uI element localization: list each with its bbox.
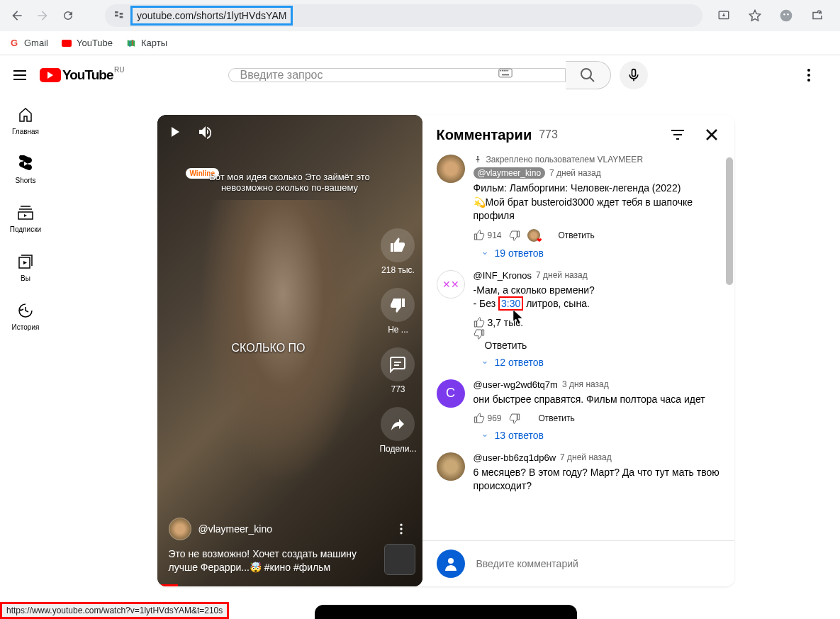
site-settings-icon: [113, 10, 125, 21]
address-bar[interactable]: youtube.com/shorts/1lytHVdsYAM: [105, 4, 702, 27]
svg-point-6: [783, 13, 785, 15]
bookmark-gmail[interactable]: G Gmail: [9, 38, 48, 49]
avatar[interactable]: [437, 452, 465, 481]
sidebar-item-you[interactable]: Вы: [0, 242, 51, 291]
settings-menu-button[interactable]: [800, 67, 817, 84]
replies-toggle[interactable]: 12 ответов: [481, 357, 720, 368]
comment-dislike-button[interactable]: [509, 230, 520, 241]
bookmark-youtube[interactable]: YouTube: [61, 38, 113, 49]
search-button[interactable]: [566, 61, 611, 89]
sidebar-item-history[interactable]: История: [0, 291, 51, 340]
user-avatar[interactable]: [437, 550, 465, 578]
timestamp-link[interactable]: 3:30: [501, 298, 520, 309]
scrollbar-thumb[interactable]: [726, 157, 733, 285]
comment-dislike-button[interactable]: [474, 328, 720, 340]
svg-rect-13: [507, 70, 508, 72]
library-icon: [17, 253, 34, 270]
svg-rect-11: [503, 70, 505, 72]
reload-button[interactable]: [58, 6, 78, 26]
comments-count: 773: [539, 128, 558, 141]
video-subtitle: СКОЛЬКО ПО: [157, 342, 380, 355]
reply-button[interactable]: Ответить: [485, 340, 527, 351]
extensions-icon[interactable]: [807, 6, 827, 26]
comment-author[interactable]: @user-bb6zq1dp6w: [474, 452, 556, 463]
dislike-button[interactable]: Не ...: [379, 288, 416, 335]
progress-bar[interactable]: [157, 584, 179, 586]
svg-point-15: [581, 69, 591, 79]
voice-search-button[interactable]: [620, 61, 648, 89]
browser-toolbar: youtube.com/shorts/1lytHVdsYAM: [0, 0, 840, 31]
share-button[interactable]: Подели...: [379, 407, 416, 454]
sidebar-item-home[interactable]: Главная: [0, 95, 51, 144]
profile-icon[interactable]: [776, 6, 796, 26]
avatar[interactable]: ✕✕: [437, 270, 465, 299]
creator-heart-icon: [527, 229, 540, 242]
comment-author[interactable]: @user-wg2wd6tq7m: [474, 379, 558, 390]
comment-input[interactable]: [476, 558, 720, 569]
avatar[interactable]: С: [437, 379, 465, 408]
keyboard-icon[interactable]: [498, 68, 513, 78]
related-thumbnail[interactable]: [384, 544, 415, 575]
svg-point-23: [448, 558, 454, 564]
replies-toggle[interactable]: 19 ответов: [481, 247, 720, 259]
shorts-icon: [17, 155, 34, 172]
svg-rect-12: [505, 70, 507, 72]
comment-item: @user-bb6zq1dp6w 7 дней назад 6 месяцев?…: [437, 452, 720, 499]
status-bar-url: https://www.youtube.com/watch?v=1lytHVds…: [0, 602, 229, 619]
bookmark-star-icon[interactable]: [745, 6, 765, 26]
replies-toggle[interactable]: 13 ответов: [481, 430, 720, 441]
avatar[interactable]: [437, 155, 465, 183]
channel-avatar[interactable]: [169, 518, 191, 540]
svg-point-18: [807, 79, 810, 82]
comment-item: Закреплено пользователем VLAYMEER @vlaym…: [437, 155, 720, 259]
history-icon: [17, 302, 34, 319]
video-title: Это не возможно! Хочет создать машину лу…: [169, 547, 373, 575]
channel-name[interactable]: @vlaymeer_kino: [198, 523, 272, 535]
chevron-down-icon: [481, 358, 489, 367]
back-button[interactable]: [7, 6, 27, 26]
sidebar-item-subscriptions[interactable]: Подписки: [0, 193, 51, 242]
svg-rect-9: [500, 70, 501, 72]
youtube-logo[interactable]: YouTube RU: [40, 67, 113, 83]
subscriptions-icon: [17, 204, 34, 221]
url-text: youtube.com/shorts/1lytHVdsYAM: [130, 6, 293, 26]
bookmark-maps[interactable]: Карты: [125, 38, 167, 49]
comment-like-button[interactable]: 969: [474, 413, 502, 424]
chevron-down-icon: [481, 431, 489, 440]
search-input[interactable]: [228, 68, 566, 82]
author-chip[interactable]: @vlaymeer_kino: [474, 167, 546, 179]
comment-like-button[interactable]: 3,7 тыс.: [474, 317, 720, 328]
comment-input-row: [422, 540, 734, 586]
menu-button[interactable]: [11, 67, 28, 84]
comment-item: С @user-wg2wd6tq7m 3 дня назад они быстр…: [437, 379, 720, 441]
video-more-button[interactable]: [394, 522, 408, 536]
youtube-logo-icon: [40, 68, 61, 82]
svg-rect-2: [120, 13, 123, 15]
scrollbar[interactable]: [726, 157, 733, 537]
volume-button[interactable]: [197, 123, 214, 140]
play-button[interactable]: [166, 123, 183, 140]
next-video-peek[interactable]: [315, 605, 577, 619]
close-button[interactable]: [703, 126, 720, 143]
comment-dislike-button[interactable]: [509, 413, 520, 424]
gmail-icon: G: [9, 38, 20, 49]
maps-icon: [125, 38, 137, 49]
svg-point-7: [787, 13, 789, 15]
comments-list[interactable]: Закреплено пользователем VLAYMEER @vlaym…: [422, 155, 734, 540]
sidebar-item-shorts[interactable]: Shorts: [0, 144, 51, 193]
like-button[interactable]: 218 тыс.: [379, 228, 416, 275]
forward-button[interactable]: [33, 6, 52, 26]
svg-point-20: [400, 523, 402, 525]
svg-point-21: [400, 528, 402, 530]
comment-text: Фильм: Ламборгини: Человек-легенда (2022…: [474, 182, 720, 223]
install-app-icon[interactable]: [714, 6, 734, 26]
comments-panel: Комментарии 773 Закреплено пользователем…: [422, 115, 734, 586]
reply-button[interactable]: Ответить: [559, 230, 595, 240]
reply-button[interactable]: Ответить: [539, 413, 575, 423]
chevron-down-icon: [481, 249, 489, 257]
comments-button[interactable]: 773: [379, 347, 416, 394]
comment-author[interactable]: @INF_Kronos: [474, 270, 532, 281]
comment-like-button[interactable]: 914: [474, 230, 502, 241]
shorts-video[interactable]: Winline Вот моя идея сколько Это займёт …: [157, 115, 422, 586]
sort-button[interactable]: [669, 126, 686, 143]
